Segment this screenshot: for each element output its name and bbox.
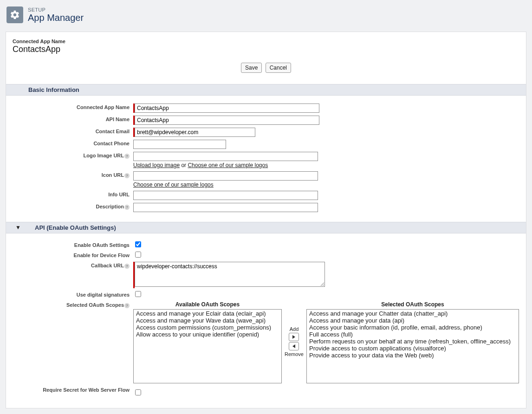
- page-title: App Manager: [28, 13, 84, 23]
- label-connected-app-name: Connected App Name: [77, 104, 130, 110]
- selected-scope-item[interactable]: Full access (full): [307, 331, 518, 338]
- selected-scopes-title: Selected OAuth Scopes: [306, 301, 519, 308]
- input-contact-phone[interactable]: [133, 140, 226, 149]
- textarea-callback-url[interactable]: [135, 262, 325, 287]
- label-icon-url: Icon URL: [102, 172, 124, 178]
- help-icon[interactable]: ?: [124, 173, 130, 178]
- add-label: Add: [290, 326, 299, 332]
- connected-app-name-label: Connected App Name: [13, 39, 520, 44]
- scope-transfer-controls: Add Remove: [285, 326, 304, 357]
- selected-scope-item[interactable]: Access and manage your Chatter data (cha…: [307, 310, 518, 317]
- remove-scope-button[interactable]: [289, 342, 299, 350]
- selected-scopes-list[interactable]: Access and manage your Chatter data (cha…: [306, 309, 519, 383]
- available-scopes-title: Available OAuth Scopes: [133, 301, 282, 308]
- label-callback-url: Callback URL: [91, 263, 124, 268]
- label-require-secret: Require Secret for Web Server Flow: [43, 387, 130, 393]
- selected-scope-item[interactable]: Perform requests on your behalf at any t…: [307, 338, 518, 345]
- help-icon[interactable]: ?: [124, 205, 130, 210]
- header-text: SETUP App Manager: [28, 7, 84, 23]
- input-description[interactable]: [133, 203, 318, 212]
- section-api-oauth: ▼ API (Enable OAuth Settings): [6, 222, 526, 233]
- help-icon[interactable]: ?: [124, 264, 130, 269]
- checkbox-require-secret[interactable]: [135, 389, 141, 395]
- input-logo-image-url[interactable]: [133, 152, 318, 161]
- page-header: SETUP App Manager: [0, 0, 532, 28]
- collapse-toggle-icon[interactable]: ▼: [15, 224, 21, 231]
- link-upload-logo[interactable]: Upload logo image: [133, 162, 180, 168]
- api-form: Enable OAuth Settings Enable for Device …: [6, 240, 526, 398]
- selected-scopes-column: Selected OAuth Scopes Access and manage …: [306, 301, 519, 383]
- available-scope-item[interactable]: Access and manage your Wave data (wave_a…: [134, 317, 281, 324]
- remove-label: Remove: [285, 351, 304, 357]
- input-icon-url[interactable]: [133, 171, 318, 181]
- label-description: Description: [96, 204, 124, 209]
- section-basic-information: Basic Information: [6, 84, 526, 96]
- gear-icon: [6, 6, 23, 23]
- selected-scope-item[interactable]: Provide access to your data via the Web …: [307, 352, 518, 359]
- available-scopes-column: Available OAuth Scopes Access and manage…: [133, 301, 282, 383]
- help-icon[interactable]: ?: [124, 154, 130, 159]
- connected-app-name-value: ContactsApp: [13, 45, 520, 54]
- save-button[interactable]: Save: [241, 63, 262, 73]
- selected-scope-item[interactable]: Access your basic information (id, profi…: [307, 324, 518, 331]
- label-contact-email: Contact Email: [96, 129, 130, 134]
- available-scope-item[interactable]: Access and manage your Eclair data (ecla…: [134, 310, 281, 317]
- label-selected-oauth-scopes: Selected OAuth Scopes: [66, 302, 124, 308]
- input-api-name[interactable]: [135, 116, 319, 125]
- selected-scope-item[interactable]: Provide access to custom applications (v…: [307, 345, 518, 352]
- logo-or-text: or: [180, 162, 188, 168]
- selected-scope-item[interactable]: Access and manage your data (api): [307, 317, 518, 324]
- label-enable-oauth: Enable OAuth Settings: [74, 242, 130, 248]
- available-scope-item[interactable]: Allow access to your unique identifier (…: [134, 331, 281, 338]
- checkbox-use-digital-signatures[interactable]: [135, 291, 141, 297]
- help-icon[interactable]: ?: [124, 303, 130, 308]
- section-api-title: API (Enable OAuth Settings): [35, 224, 116, 231]
- input-contact-email[interactable]: [135, 128, 255, 137]
- label-logo-image-url: Logo Image URL: [84, 153, 124, 158]
- label-enable-device-flow: Enable for Device Flow: [74, 252, 130, 258]
- basic-info-form: Connected App Name API Name Contact Emai…: [6, 102, 526, 213]
- checkbox-enable-device-flow[interactable]: [135, 252, 141, 258]
- label-contact-phone: Contact Phone: [93, 141, 130, 146]
- label-use-digital-signatures: Use digital signatures: [77, 292, 130, 298]
- label-api-name: API Name: [106, 116, 130, 122]
- label-info-url: Info URL: [108, 192, 130, 197]
- input-info-url[interactable]: [133, 191, 318, 200]
- checkbox-enable-oauth[interactable]: [135, 241, 141, 247]
- link-choose-sample-icon[interactable]: Choose one of our sample logos: [133, 181, 214, 188]
- main-panel: Connected App Name ContactsApp Save Canc…: [6, 32, 526, 408]
- available-scope-item[interactable]: Access custom permissions (custom_permis…: [134, 324, 281, 331]
- available-scopes-list[interactable]: Access and manage your Eclair data (ecla…: [133, 309, 282, 383]
- app-name-block: Connected App Name ContactsApp: [6, 37, 526, 57]
- action-buttons: Save Cancel: [6, 63, 526, 73]
- link-choose-sample-logo[interactable]: Choose one of our sample logos: [188, 162, 268, 168]
- input-connected-app-name[interactable]: [135, 104, 319, 113]
- header-kicker: SETUP: [28, 7, 84, 13]
- cancel-button[interactable]: Cancel: [266, 63, 291, 73]
- add-scope-button[interactable]: [289, 333, 299, 341]
